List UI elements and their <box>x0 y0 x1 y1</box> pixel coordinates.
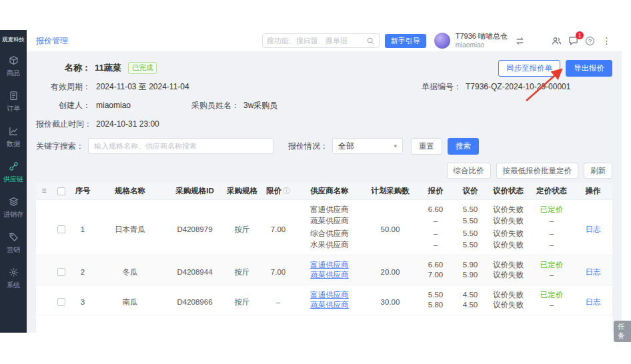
actions-cell: 日志 <box>574 199 612 255</box>
col-seq: 序号 <box>71 183 95 199</box>
price-status-cell: – <box>530 215 574 227</box>
contacts-icon[interactable] <box>551 35 562 47</box>
field-row-period: 有效周期： 2024-11-03 至 2024-11-04 单据编号： T793… <box>36 77 612 96</box>
nego-status-cell: 议价失败 <box>487 285 530 300</box>
sidebar-item-inventory[interactable]: 进销存 <box>0 190 27 225</box>
quote-cell: 5.50 <box>418 285 454 300</box>
quote-status-select[interactable]: 全部 ▾ <box>332 138 403 154</box>
table-header-row: ≡ 序号 规格名称 采购规格ID 采购规格 限价ⓘ 供应商名称 计划采购数 报价… <box>36 183 612 199</box>
unit-cell: 按斤 <box>224 285 260 315</box>
tag-icon <box>9 232 19 244</box>
buyer-value: 3w采购员 <box>243 100 277 111</box>
messages-icon[interactable]: 1 <box>568 35 579 47</box>
checkbox-cell <box>52 255 71 285</box>
price-status-cell: – <box>530 227 574 240</box>
supplier-name-link[interactable]: 富通供应商 <box>296 285 363 300</box>
doc-no-label: 单据编号： <box>422 81 462 93</box>
planned-qty-cell: 50.00 <box>363 199 418 255</box>
limit-price-cell: 7.00 <box>260 255 296 285</box>
col-price-status: 定价状态 <box>530 183 574 199</box>
expand-cell <box>36 255 52 285</box>
compare-prices-button[interactable]: 综合比价 <box>447 163 491 179</box>
sidebar-item-goods[interactable]: 商品 <box>0 49 27 84</box>
row-checkbox[interactable] <box>57 268 65 276</box>
select-all-header <box>52 183 71 199</box>
nego-cell: 5.90 <box>454 270 487 285</box>
sidebar-item-supply-chain[interactable]: 供应链 <box>0 155 27 190</box>
guide-button[interactable]: 新手引导 <box>385 34 426 48</box>
keyword-input[interactable] <box>88 138 273 154</box>
spec-name-cell: 冬瓜 <box>95 255 165 285</box>
col-quote: 报价 <box>418 183 454 199</box>
col-nego-status: 议价状态 <box>487 183 530 199</box>
limit-price-cell: – <box>260 285 296 315</box>
nego-status-cell: 议价失败 <box>487 240 530 255</box>
field-row-creator: 创建人： miaomiao 采购员姓名： 3w采购员 <box>36 96 612 115</box>
sync-to-quote-button[interactable]: 同步至报价单 <box>498 60 560 77</box>
field-row-deadline: 报价截止时间： 2024-10-31 23:00 <box>36 115 612 133</box>
supplier-name-link[interactable]: 蔬菜供应商 <box>296 270 363 285</box>
checkbox-cell <box>52 199 71 255</box>
row-checkbox[interactable] <box>57 298 65 306</box>
task-floating-tag[interactable]: 任务 <box>614 321 631 342</box>
quote-status-label: 报价情况： <box>288 141 328 152</box>
expand-all-header[interactable]: ≡ <box>36 183 52 199</box>
content: 名称： 11蔬菜 已完成 同步至报价单 导出报价 有效周期： 2024-11-0… <box>27 52 622 333</box>
refresh-button[interactable]: 刷新 <box>584 163 612 179</box>
nego-status-cell: 议价失败 <box>487 227 530 240</box>
doc-no-value: T7936-QZ-2024-10-29-00001 <box>466 82 570 91</box>
export-quote-button[interactable]: 导出报价 <box>566 60 612 77</box>
nego-status-cell: 议价失败 <box>487 215 530 227</box>
switch-account-icon[interactable] <box>514 35 526 47</box>
name-label: 名称： <box>36 62 91 74</box>
quote-cell: – <box>418 240 454 255</box>
row-checkbox[interactable] <box>57 225 65 233</box>
sidebar-item-system[interactable]: 系统 <box>0 261 27 296</box>
seq-cell: 3 <box>71 285 95 315</box>
actions-cell: 日志 <box>574 255 612 285</box>
period-label: 有效周期： <box>36 81 91 93</box>
expand-all-icon: ≡ <box>41 186 46 195</box>
select-all-checkbox[interactable] <box>57 187 65 195</box>
avatar[interactable] <box>434 33 450 49</box>
more-menu-icon[interactable]: ⋮ <box>601 35 612 47</box>
supplier-name-link[interactable]: 富通供应商 <box>296 255 363 270</box>
nego-status-cell: 议价失败 <box>487 300 530 315</box>
app-logo: 观麦科技 <box>2 36 25 43</box>
info-icon[interactable]: ⓘ <box>283 187 290 195</box>
account-info[interactable]: T7936 喵喵总仓 miaomiao <box>456 32 508 49</box>
page-title: 11蔬菜 <box>95 62 121 74</box>
reset-button[interactable]: 重置 <box>411 138 442 155</box>
sidebar-item-orders[interactable]: 订单 <box>0 84 27 119</box>
sidebar-item-data[interactable]: 数据 <box>0 119 27 155</box>
limit-price-cell: 7.00 <box>260 199 296 255</box>
col-supplier: 供应商名称 <box>296 183 363 199</box>
log-link[interactable]: 日志 <box>586 268 601 276</box>
search-button[interactable]: 搜索 <box>448 138 479 155</box>
nego-cell: 4.50 <box>454 285 487 300</box>
supplier-name: 蔬菜供应商 <box>296 215 363 227</box>
chart-icon <box>9 126 19 138</box>
actions-cell: 日志 <box>574 285 612 315</box>
supplier-name-link[interactable]: 蔬菜供应商 <box>296 300 363 315</box>
message-badge: 1 <box>576 31 584 39</box>
nego-status-cell: 议价失败 <box>487 270 530 285</box>
orders-icon <box>9 91 19 103</box>
log-link[interactable]: 日志 <box>586 225 601 233</box>
price-status-cell: – <box>530 240 574 255</box>
breadcrumb[interactable]: 报价管理 <box>36 35 68 47</box>
col-spec-name: 规格名称 <box>95 183 165 199</box>
spec-id-cell: D4208979 <box>165 199 224 255</box>
batch-lowest-price-button[interactable]: 按最低报价批量定价 <box>496 163 579 179</box>
account-username: miaomiao <box>456 41 508 49</box>
help-icon[interactable]: ? <box>584 35 596 47</box>
search-icon[interactable] <box>366 37 375 45</box>
log-link[interactable]: 日志 <box>586 298 601 306</box>
global-search-input[interactable] <box>267 37 366 45</box>
quote-cell: 7.00 <box>418 270 454 285</box>
sidebar-item-marketing[interactable]: 营销 <box>0 225 27 261</box>
keyword-label: 关键字搜索： <box>36 141 84 152</box>
sidebar: 观麦科技 商品 订单 数据 供应链 进销存 <box>0 30 27 333</box>
nego-cell: 5.50 <box>454 215 487 227</box>
quote-table-card: ≡ 序号 规格名称 采购规格ID 采购规格 限价ⓘ 供应商名称 计划采购数 报价… <box>36 183 612 333</box>
